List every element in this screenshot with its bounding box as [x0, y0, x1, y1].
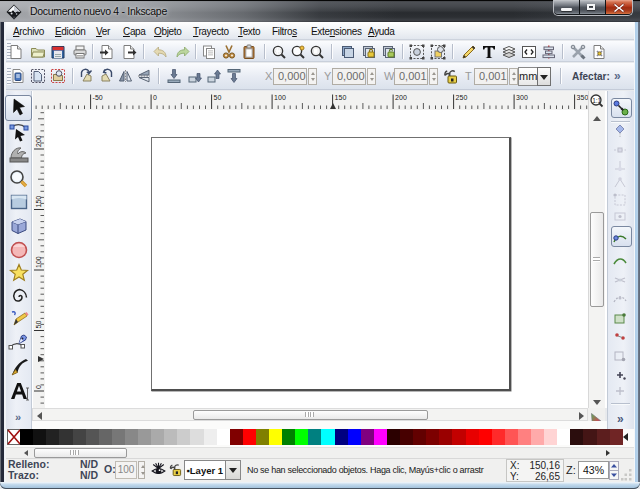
svg-text:150: 150 [35, 196, 42, 208]
svg-text:200: 200 [35, 135, 42, 147]
svg-text:100: 100 [274, 94, 286, 101]
svg-text:-50: -50 [93, 94, 103, 101]
svg-text:350: 350 [577, 94, 588, 101]
svg-text:100: 100 [35, 256, 42, 268]
svg-text:0: 0 [35, 385, 42, 389]
svg-text:50: 50 [35, 321, 42, 329]
svg-text:250: 250 [456, 94, 468, 101]
svg-text:200: 200 [395, 94, 407, 101]
svg-text:50: 50 [214, 94, 222, 101]
svg-text:0: 0 [153, 94, 157, 101]
svg-text:150: 150 [335, 94, 347, 101]
svg-text:1:1: 1:1 [592, 97, 601, 104]
svg-text:300: 300 [516, 94, 528, 101]
